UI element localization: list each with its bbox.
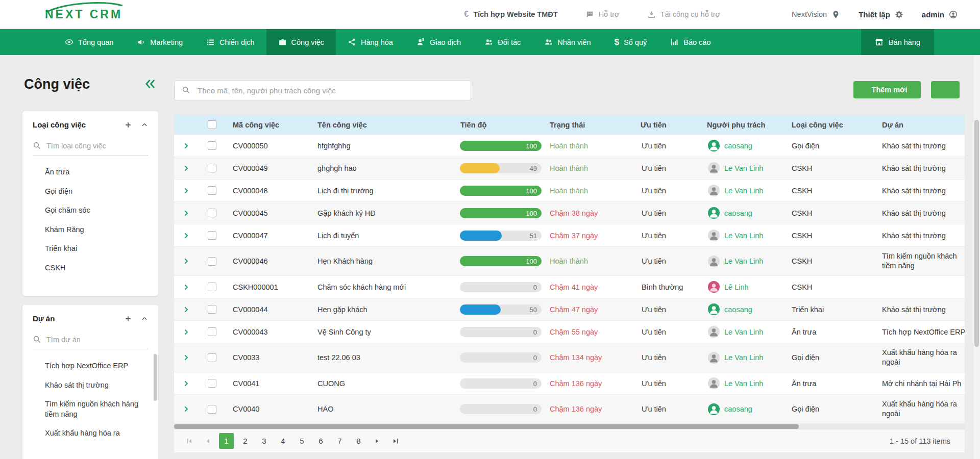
expand-row-button[interactable]	[174, 247, 199, 275]
row-checkbox[interactable]	[208, 141, 216, 150]
pager-page-button[interactable]: 3	[257, 433, 272, 449]
sidebar-item[interactable]: Khám Răng	[33, 220, 148, 240]
row-checkbox[interactable]	[208, 353, 216, 362]
expand-row-button[interactable]	[174, 180, 199, 201]
header-link[interactable]: Tải công cụ hỗ trợ	[647, 10, 721, 19]
pager-last-button[interactable]	[388, 434, 403, 449]
nav-item[interactable]: Chiến dịch	[194, 29, 266, 55]
sidebar-collapse-button[interactable]	[144, 78, 156, 92]
nav-item[interactable]: Hàng hóa	[336, 29, 405, 55]
plus-icon[interactable]	[125, 121, 132, 129]
header-link[interactable]: €Tích hợp Website TMĐT	[464, 10, 557, 19]
header-link[interactable]: Hỗ trợ	[585, 10, 620, 19]
nav-item[interactable]: Tổng quan	[53, 29, 125, 55]
table-row[interactable]: CV000046 Hẹn Khách hàng 100 Hoàn thành Ư…	[174, 247, 965, 276]
assignee-link[interactable]: caosang	[704, 202, 789, 224]
row-checkbox[interactable]	[208, 405, 216, 414]
horizontal-scrollbar-thumb[interactable]	[174, 424, 799, 429]
header-account-item[interactable]: Thiết lập	[859, 10, 903, 19]
row-checkbox[interactable]	[208, 379, 216, 388]
expand-row-button[interactable]	[174, 343, 199, 372]
table-row[interactable]: CV0040 HAO 0 Chậm 136 ngày Ưu tiên caosa…	[174, 395, 965, 424]
assignee-link[interactable]: caosang	[704, 298, 789, 320]
column-header[interactable]: Loại công việc	[789, 115, 879, 135]
assignee-link[interactable]: caosang	[704, 135, 789, 157]
expand-row-button[interactable]	[174, 202, 199, 224]
expand-row-button[interactable]	[174, 298, 199, 320]
nav-item[interactable]: Công việc	[266, 29, 336, 55]
row-checkbox[interactable]	[208, 257, 216, 266]
pager-page-button[interactable]: 6	[313, 433, 328, 449]
horizontal-scrollbar[interactable]	[174, 424, 965, 429]
assignee-link[interactable]: Le Van Linh	[704, 157, 789, 179]
sidebar-item[interactable]: Gọi chăm sóc	[33, 201, 148, 220]
pager-page-button[interactable]: 5	[295, 433, 309, 449]
table-row[interactable]: CV0033 test 22.06 03 0 Chậm 134 ngày Ưu …	[174, 343, 965, 372]
table-row[interactable]: CV000045 Gặp khách ký HĐ 100 Chậm 38 ngà…	[174, 202, 965, 224]
panel-scrollbar-thumb[interactable]	[154, 354, 157, 401]
assignee-link[interactable]: caosang	[704, 395, 789, 423]
table-row[interactable]: CV000043 Vệ Sinh Công ty 0 Chậm 55 ngày …	[174, 321, 965, 343]
caret-up-icon[interactable]	[141, 315, 148, 322]
table-row[interactable]: CV000044 Hẹn gặp khách 50 Chậm 47 ngày Ư…	[174, 298, 965, 321]
header-account-item[interactable]: admin	[922, 10, 958, 19]
nav-item[interactable]: $Giao dịch	[405, 29, 473, 55]
row-checkbox[interactable]	[208, 283, 216, 291]
pager-page-button[interactable]: 8	[351, 433, 366, 449]
expand-row-button[interactable]	[174, 157, 199, 179]
pager-page-button[interactable]: 7	[332, 433, 347, 449]
expand-row-button[interactable]	[174, 224, 199, 246]
table-row[interactable]: CV000047 Lịch đi tuyển 51 Chậm 37 ngày Ư…	[174, 224, 965, 247]
sidebar-item[interactable]: Tích hợp NextOffice ERP	[33, 356, 148, 376]
nav-item[interactable]: Báo cáo	[658, 29, 722, 55]
expand-row-button[interactable]	[174, 395, 199, 423]
column-header[interactable]: Trạng thái	[547, 115, 638, 135]
expand-row-button[interactable]	[174, 321, 199, 343]
table-row[interactable]: CV000049 ghghgh hao 49 Hoàn thành Ưu tiê…	[174, 157, 965, 180]
nav-item[interactable]: Marketing	[125, 29, 194, 55]
panel-search-input[interactable]	[46, 142, 138, 150]
row-checkbox[interactable]	[208, 186, 216, 195]
row-checkbox[interactable]	[208, 327, 216, 336]
pager-page-button[interactable]: 1	[219, 433, 234, 449]
vertical-scrollbar[interactable]	[973, 55, 980, 459]
assignee-link[interactable]: Lê Linh	[704, 276, 789, 298]
sidebar-item[interactable]: Tìm kiếm nguồn khách hàng tiềm năng	[33, 395, 148, 424]
pager-page-button[interactable]: 4	[276, 433, 290, 449]
plus-icon[interactable]	[125, 315, 132, 322]
nav-item[interactable]: Nhân viên	[532, 29, 602, 55]
expand-row-button[interactable]	[174, 135, 199, 157]
header-account-item[interactable]: NextVision	[792, 10, 840, 19]
row-checkbox[interactable]	[208, 209, 216, 217]
pager-next-button[interactable]	[370, 434, 385, 449]
expand-row-button[interactable]	[174, 372, 199, 394]
vertical-scrollbar-thumb[interactable]	[974, 120, 979, 347]
assignee-link[interactable]: Le Van Linh	[704, 372, 789, 394]
assignee-link[interactable]: Le Van Linh	[704, 247, 789, 275]
grid-menu-button[interactable]	[931, 81, 960, 98]
add-new-button[interactable]: Thêm mới	[853, 81, 921, 98]
pager-first-button[interactable]	[182, 434, 197, 449]
column-header[interactable]: Dự án	[879, 115, 965, 135]
table-row[interactable]: CV000050 hfghfghhg 100 Hoàn thành Ưu tiê…	[174, 135, 965, 157]
column-header[interactable]: Người phụ trách	[704, 115, 789, 135]
assignee-link[interactable]: Le Van Linh	[704, 321, 789, 343]
assignee-link[interactable]: Le Van Linh	[704, 224, 789, 246]
table-row[interactable]: CSKH000001 Chăm sóc khách hàng mới 0 Chậ…	[174, 276, 965, 298]
nextcrm-logo[interactable]: NEXT CRM	[45, 8, 122, 21]
sidebar-item[interactable]: Triển khai	[33, 239, 148, 259]
table-row[interactable]: CV0041 CUONG 0 Chậm 136 ngày Ưu tiên Le …	[174, 372, 965, 395]
expand-row-button[interactable]	[174, 276, 199, 298]
caret-up-icon[interactable]	[141, 121, 148, 129]
row-checkbox[interactable]	[208, 231, 216, 240]
assignee-link[interactable]: Le Van Linh	[704, 180, 789, 201]
sidebar-item[interactable]: Khảo sát thị trường	[33, 376, 148, 395]
search-input[interactable]	[174, 80, 471, 101]
assignee-link[interactable]: Le Van Linh	[704, 343, 789, 372]
sidebar-item[interactable]: Xuất khẩu hàng hóa ra	[33, 424, 148, 443]
pager-page-button[interactable]: 2	[238, 433, 253, 449]
row-checkbox[interactable]	[208, 305, 216, 314]
column-header[interactable]: Mã công việc	[225, 115, 314, 135]
table-row[interactable]: CV000048 Lịch đi thị trường 100 Hoàn thà…	[174, 180, 965, 202]
panel-search-input[interactable]	[46, 336, 138, 344]
